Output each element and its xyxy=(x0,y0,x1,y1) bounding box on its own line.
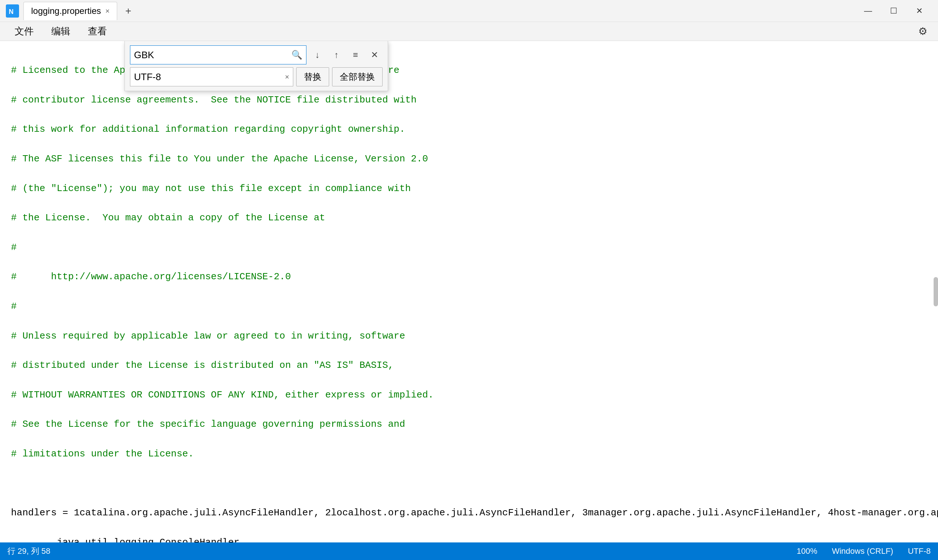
code-line: # The ASF licenses this file to You unde… xyxy=(11,152,927,166)
find-input-wrap: 🔍 xyxy=(130,45,307,65)
maximize-button[interactable]: ☐ xyxy=(881,2,907,20)
code-area: # Licensed to the Apache Software Founda… xyxy=(0,41,938,542)
code-line: # xyxy=(11,240,927,255)
title-bar: N logging.properties × + — ☐ ✕ xyxy=(0,0,938,22)
find-replace-widget: 🔍 ↓ ↑ ≡ ✕ × 替换 全部替换 xyxy=(125,41,388,91)
code-line: # Unless required by applicable law or a… xyxy=(11,329,927,343)
code-line: # (the "License"); you may not use this … xyxy=(11,181,927,196)
active-tab[interactable]: logging.properties × xyxy=(23,2,117,20)
replace-input[interactable] xyxy=(134,71,282,83)
replace-all-button[interactable]: 全部替换 xyxy=(332,67,383,86)
code-line xyxy=(11,476,927,491)
search-icon: 🔍 xyxy=(291,50,302,60)
editor-container: 🔍 ↓ ↑ ≡ ✕ × 替换 全部替换 # Licensed to the Ap… xyxy=(0,41,938,542)
menu-file[interactable]: 文件 xyxy=(6,22,43,41)
code-line: # the License. You may obtain a copy of … xyxy=(11,211,927,225)
minimize-button[interactable]: — xyxy=(855,2,881,20)
line-ending: Windows (CRLF) xyxy=(832,546,893,556)
code-line: # http://www.apache.org/licenses/LICENSE… xyxy=(11,269,927,284)
find-close-button[interactable]: ✕ xyxy=(367,47,383,63)
tab-close-button[interactable]: × xyxy=(105,7,110,15)
scrollbar[interactable] xyxy=(933,277,938,306)
find-next-button[interactable]: ↑ xyxy=(328,47,345,63)
tab-label: logging.properties xyxy=(31,6,101,16)
code-line: # contributor license agreements. See th… xyxy=(11,92,927,107)
app-icon: N xyxy=(6,5,19,18)
status-right: 100% Windows (CRLF) UTF-8 xyxy=(797,546,931,556)
code-line: java.util.logging.ConsoleHandler xyxy=(11,535,927,543)
menu-bar: 文件 编辑 查看 ⚙ xyxy=(0,22,938,41)
code-line: # WITHOUT WARRANTIES OR CONDITIONS OF AN… xyxy=(11,388,927,402)
tab-area: logging.properties × + xyxy=(23,2,855,20)
code-line: # See the License for the specific langu… xyxy=(11,417,927,432)
close-button[interactable]: ✕ xyxy=(907,2,932,20)
settings-icon[interactable]: ⚙ xyxy=(913,22,932,41)
find-options-button[interactable]: ≡ xyxy=(347,47,363,63)
find-prev-button[interactable]: ↓ xyxy=(310,47,325,63)
menu-edit[interactable]: 编辑 xyxy=(43,22,79,41)
svg-text:N: N xyxy=(9,8,14,15)
status-bar: 行 29, 列 58 100% Windows (CRLF) UTF-8 xyxy=(0,542,938,560)
replace-row: × 替换 全部替换 xyxy=(130,67,383,86)
find-input[interactable] xyxy=(134,49,288,61)
cursor-position: 行 29, 列 58 xyxy=(7,546,50,557)
zoom-level: 100% xyxy=(797,546,817,556)
code-line: handlers = 1catalina.org.apache.juli.Asy… xyxy=(11,505,927,520)
code-line: # limitations under the License. xyxy=(11,446,927,461)
menu-view[interactable]: 查看 xyxy=(79,22,116,41)
code-line: # distributed under the License is distr… xyxy=(11,358,927,372)
window-controls: — ☐ ✕ xyxy=(855,2,932,20)
replace-clear-icon[interactable]: × xyxy=(285,73,289,81)
encoding-status: UTF-8 xyxy=(908,546,931,556)
code-line: # xyxy=(11,299,927,314)
find-row: 🔍 ↓ ↑ ≡ ✕ xyxy=(130,45,383,65)
new-tab-button[interactable]: + xyxy=(120,3,136,19)
replace-input-wrap: × xyxy=(130,67,293,86)
code-line: # this work for additional information r… xyxy=(11,122,927,137)
replace-button[interactable]: 替换 xyxy=(296,67,329,86)
